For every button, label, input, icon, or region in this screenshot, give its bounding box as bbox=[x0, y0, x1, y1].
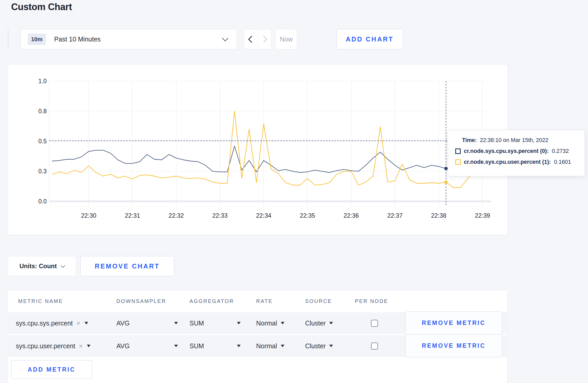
col-header-downsampler: DOWNSAMPLER bbox=[116, 298, 166, 304]
downsampler-select[interactable]: AVG bbox=[116, 335, 178, 357]
col-header-source: SOURCE bbox=[305, 298, 332, 304]
table-row: sys.cpu.user.percent × AVG SUM Normal Cl… bbox=[8, 335, 507, 357]
source-select[interactable]: Cluster bbox=[305, 335, 333, 357]
triangle-down-icon bbox=[85, 322, 88, 324]
triangle-down-icon bbox=[281, 322, 284, 324]
toolbar-divider bbox=[8, 29, 8, 49]
time-range-badge: 10m bbox=[28, 34, 46, 45]
triangle-down-icon bbox=[87, 345, 90, 347]
source-select[interactable]: Cluster bbox=[305, 312, 333, 334]
col-header-rate: RATE bbox=[256, 298, 273, 304]
remove-metric-button[interactable]: REMOVE METRIC bbox=[405, 311, 502, 335]
col-header-metric-name: METRIC NAME bbox=[18, 298, 63, 304]
per-node-cell bbox=[371, 312, 378, 334]
tooltip-user-label: cr.node.sys.cpu.user.percent (1): bbox=[464, 159, 551, 165]
tooltip-user-value: 0.1601 bbox=[554, 159, 571, 165]
time-range-label: Past 10 Minutes bbox=[54, 36, 101, 43]
chevron-down-icon bbox=[222, 35, 228, 41]
custom-chart-page: Custom Chart 10m Past 10 Minutes Now ADD… bbox=[0, 0, 588, 383]
rate-value: Normal bbox=[256, 342, 277, 350]
triangle-down-icon bbox=[237, 322, 241, 324]
table-row: sys.cpu.sys.percent × AVG SUM Normal Clu… bbox=[8, 312, 507, 334]
now-button[interactable]: Now bbox=[275, 29, 297, 49]
add-chart-button[interactable]: ADD CHART bbox=[337, 29, 403, 49]
units-label: Units: Count bbox=[19, 263, 57, 270]
remove-metric-button[interactable]: REMOVE METRIC bbox=[405, 334, 502, 357]
per-node-checkbox[interactable] bbox=[371, 343, 378, 350]
chevron-down-icon bbox=[61, 264, 65, 268]
metric-name-select[interactable]: sys.cpu.user.percent × bbox=[16, 335, 90, 357]
tooltip-time-value: 22:38:10 on Mar 15th, 2022 bbox=[480, 137, 548, 144]
rate-select[interactable]: Normal bbox=[256, 335, 284, 357]
source-value: Cluster bbox=[305, 320, 326, 327]
units-dropdown[interactable]: Units: Count bbox=[8, 256, 76, 276]
downsampler-value: AVG bbox=[116, 320, 130, 327]
next-window-button[interactable] bbox=[258, 29, 272, 49]
rate-value: Normal bbox=[256, 320, 277, 327]
prev-window-button[interactable] bbox=[244, 29, 258, 49]
chevron-left-icon bbox=[248, 36, 255, 43]
remove-chart-button[interactable]: REMOVE CHART bbox=[80, 256, 174, 276]
time-range-dropdown[interactable]: 10m Past 10 Minutes bbox=[21, 29, 237, 49]
metric-name-select[interactable]: sys.cpu.sys.percent × bbox=[16, 312, 88, 334]
aggregator-value: SUM bbox=[190, 320, 204, 327]
col-header-aggregator: AGGREGATOR bbox=[190, 298, 234, 304]
downsampler-select[interactable]: AVG bbox=[116, 312, 178, 334]
chevron-right-icon bbox=[260, 36, 267, 43]
time-window-pager bbox=[244, 29, 272, 49]
triangle-down-icon bbox=[329, 345, 333, 347]
metric-name-value: sys.cpu.sys.percent bbox=[16, 320, 73, 327]
tooltip-sys-label: cr.node.sys.cpu.sys.percent (0): bbox=[464, 148, 549, 154]
x-icon[interactable]: × bbox=[79, 342, 83, 350]
aggregator-select[interactable]: SUM bbox=[190, 312, 241, 334]
sys-series-legend-swatch bbox=[455, 148, 461, 154]
x-icon[interactable]: × bbox=[76, 319, 80, 327]
rate-select[interactable]: Normal bbox=[256, 312, 284, 334]
triangle-down-icon bbox=[237, 345, 241, 347]
add-metric-button[interactable]: ADD METRIC bbox=[11, 360, 92, 379]
source-value: Cluster bbox=[305, 342, 326, 350]
chart-tooltip: Time: 22:38:10 on Mar 15th, 2022 cr.node… bbox=[448, 130, 585, 176]
per-node-checkbox[interactable] bbox=[371, 320, 378, 327]
page-title: Custom Chart bbox=[11, 2, 72, 12]
downsampler-value: AVG bbox=[116, 342, 130, 350]
col-header-per-node: PER NODE bbox=[355, 298, 388, 304]
metric-name-value: sys.cpu.user.percent bbox=[16, 342, 75, 350]
tooltip-time-label: Time: bbox=[462, 137, 477, 144]
triangle-down-icon bbox=[281, 345, 284, 347]
tooltip-sys-value: 0.2732 bbox=[552, 148, 569, 154]
aggregator-select[interactable]: SUM bbox=[190, 335, 241, 357]
triangle-down-icon bbox=[174, 322, 178, 324]
chart-card bbox=[8, 64, 508, 235]
triangle-down-icon bbox=[174, 345, 178, 347]
triangle-down-icon bbox=[329, 322, 333, 324]
aggregator-value: SUM bbox=[190, 342, 204, 350]
per-node-cell bbox=[371, 335, 378, 357]
user-series-legend-swatch bbox=[455, 159, 461, 165]
